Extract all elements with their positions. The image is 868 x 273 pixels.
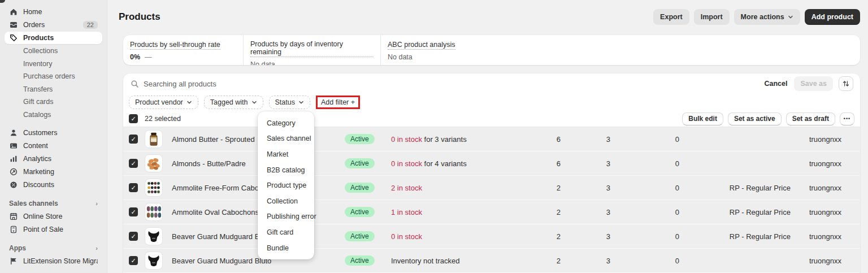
sales-channels-section-header[interactable]: Sales channels › (5, 197, 102, 210)
sidebar-item[interactable]: Marketing (5, 166, 102, 178)
vendor-cell: truongnxx (791, 257, 841, 265)
chevron-down-icon (788, 12, 793, 21)
channels-count-cell: 3 (561, 159, 610, 168)
table-row[interactable]: ✓ Beaver Guard Mudguard Bluto Active 0 i… (123, 224, 860, 249)
filter-dropdown-item[interactable]: Category (258, 115, 314, 131)
sidebar-subitem[interactable]: Collections (5, 45, 102, 58)
sidebar-item[interactable]: Analytics (5, 153, 102, 165)
sidebar-item-products[interactable]: Products (5, 32, 102, 44)
table-row[interactable]: ✓ Beaver Guard Mudguard Bluto Active Inv… (123, 249, 860, 273)
products-table-body: ✓ Almond Butter - Sprouted Active 0 in s… (123, 127, 860, 273)
table-row[interactable]: ✓ Ammolite Oval Cabochons 26mm Active 1 … (123, 200, 860, 224)
sidebar-item-app[interactable]: LitExtension Store Migrati... (5, 255, 102, 267)
filter-chip[interactable]: Tagged with (204, 96, 263, 109)
sidebar-item-orders[interactable]: Orders 22 (5, 19, 102, 31)
status-badge: Active (345, 255, 375, 266)
search-input[interactable] (144, 80, 764, 88)
set-as-active-button[interactable]: Set as active (728, 112, 782, 125)
metric-label[interactable]: ABC product analysis (388, 41, 455, 50)
sidebar-item[interactable]: Customers (5, 127, 102, 139)
sidebar-item-channel[interactable]: Online Store (5, 210, 102, 223)
chevron-right-icon: › (96, 245, 98, 252)
markets-count-cell: 0 (610, 232, 679, 241)
sidebar-subitem-label: Inventory (23, 60, 52, 68)
apps-nav: LitExtension Store Migrati... (0, 255, 107, 267)
save-as-button[interactable]: Save as (794, 76, 833, 91)
product-thumbnail (145, 227, 163, 245)
channels-count-cell: 3 (561, 184, 610, 192)
sidebar-item-channel[interactable]: Point of Sale (5, 223, 102, 236)
sidebar-subitem[interactable]: Transfers (5, 83, 102, 96)
markets-count-cell: 0 (610, 208, 679, 216)
discounts-icon (9, 180, 18, 189)
filter-dropdown-item[interactable]: Gift card (258, 224, 314, 240)
sidebar-subitem[interactable]: Inventory (5, 58, 102, 71)
select-all-checkbox[interactable]: ✓ (129, 114, 138, 123)
filter-dropdown-item[interactable]: Product type (258, 177, 314, 193)
sidebar: Home Orders 22 Products Collections Inve… (0, 0, 107, 273)
sidebar-subitem-label: Gift cards (23, 98, 54, 106)
orders-count-badge: 22 (83, 21, 98, 29)
filter-chip[interactable]: Status (269, 96, 310, 109)
set-as-draft-button[interactable]: Set as draft (786, 112, 835, 125)
sidebar-subitem[interactable]: Catalogs (5, 109, 102, 122)
sidebar-item[interactable]: Discounts (5, 179, 102, 191)
add-product-button[interactable]: Add product (805, 9, 860, 25)
filter-dropdown-item[interactable]: B2B catalog (258, 162, 314, 178)
metric-label[interactable]: Products by days of inventory remaining (250, 40, 374, 57)
sidebar-item-label: Online Store (23, 213, 62, 220)
inventory-cell: 2 in stock (391, 184, 521, 192)
row-checkbox[interactable]: ✓ (129, 207, 138, 216)
filter-dropdown-item[interactable]: Publishing error (258, 209, 314, 225)
filter-dropdown-item[interactable]: Market (258, 146, 314, 162)
price-list-cell: RP - Regular Price (679, 232, 791, 241)
sidebar-subitem[interactable]: Purchase orders (5, 70, 102, 83)
status-cell: Active (337, 207, 391, 217)
customers-icon (9, 128, 18, 137)
markets-count-cell: 0 (610, 135, 679, 144)
row-checkbox[interactable]: ✓ (129, 232, 138, 241)
row-checkbox[interactable]: ✓ (129, 256, 138, 265)
bulk-edit-button[interactable]: Bulk edit (682, 112, 723, 125)
metric-abc-analysis: ABC product analysis No data (380, 35, 860, 65)
filter-row: Product vendor Tagged with Status Add fi (123, 94, 860, 111)
metric-label[interactable]: Products by sell-through rate (130, 41, 220, 50)
apps-section-header[interactable]: Apps › (5, 242, 102, 254)
product-thumbnail (145, 252, 163, 270)
more-bulk-actions-button[interactable]: ••• (840, 112, 854, 125)
metric-value: No data (388, 53, 853, 61)
inventory-cell: Inventory not tracked (391, 257, 521, 265)
sort-icon (841, 79, 850, 88)
table-row[interactable]: ✓ Almonds - Butte/Padre Active 0 in stoc… (123, 151, 860, 176)
selection-header-row: ✓ 22 selected Bulk edit Set as active Se… (123, 111, 860, 127)
sidebar-subitem[interactable]: Gift cards (5, 96, 102, 109)
chevron-down-icon (298, 98, 304, 107)
row-checkbox[interactable]: ✓ (129, 159, 138, 168)
product-thumbnail (145, 179, 163, 197)
product-thumbnail (145, 154, 163, 172)
status-badge: Active (345, 231, 375, 241)
sidebar-item-label: Point of Sale (23, 226, 63, 233)
cancel-button[interactable]: Cancel (764, 80, 787, 88)
search-box (130, 79, 764, 88)
row-checkbox[interactable]: ✓ (129, 183, 138, 192)
export-button[interactable]: Export (653, 9, 689, 25)
filter-dropdown-item[interactable]: Bundle (258, 240, 314, 256)
price-list-cell: RP - Regular Price (679, 184, 791, 192)
sidebar-item-home[interactable]: Home (5, 6, 102, 18)
row-checkbox[interactable]: ✓ (129, 135, 138, 144)
sidebar-item-label: Discounts (23, 181, 54, 189)
more-actions-button[interactable]: More actions (734, 9, 800, 25)
variants-count-cell: 6 (521, 159, 561, 168)
table-row[interactable]: ✓ Almond Butter - Sprouted Active 0 in s… (123, 127, 860, 151)
sidebar-item[interactable]: Content (5, 140, 102, 152)
add-filter-button[interactable]: Add filter + (321, 98, 355, 106)
markets-count-cell: 0 (610, 184, 679, 192)
import-button[interactable]: Import (694, 9, 730, 25)
sort-button[interactable] (839, 76, 853, 91)
filter-chip[interactable]: Product vendor (129, 96, 198, 109)
filter-dropdown-item[interactable]: Sales channel (258, 131, 314, 147)
table-row[interactable]: ✓ Ammolite Free-Form Cabochons Active 2 … (123, 176, 860, 200)
filter-dropdown-item[interactable]: Collection (258, 193, 314, 209)
content-icon (9, 141, 18, 150)
